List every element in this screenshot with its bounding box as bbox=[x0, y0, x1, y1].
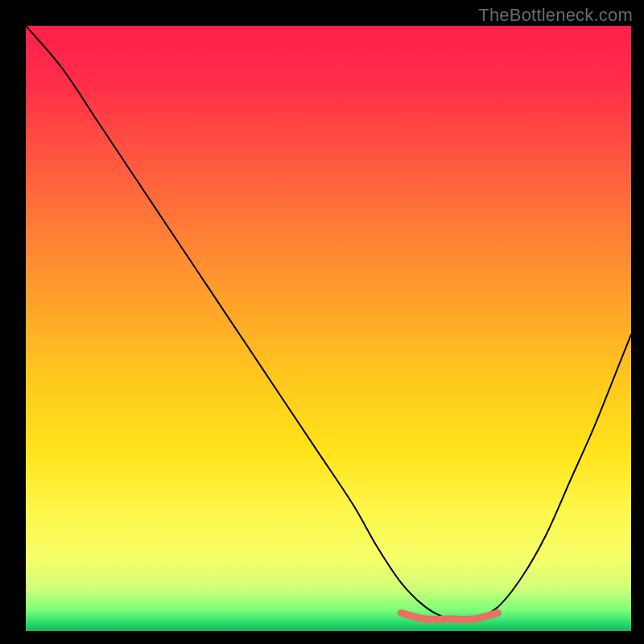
plot-area bbox=[26, 26, 631, 631]
optimal-range-highlight bbox=[401, 613, 497, 619]
bottleneck-curve bbox=[26, 26, 631, 621]
chart-frame: TheBottleneck.com bbox=[0, 0, 644, 644]
watermark-text: TheBottleneck.com bbox=[478, 5, 633, 26]
chart-svg bbox=[26, 26, 631, 631]
